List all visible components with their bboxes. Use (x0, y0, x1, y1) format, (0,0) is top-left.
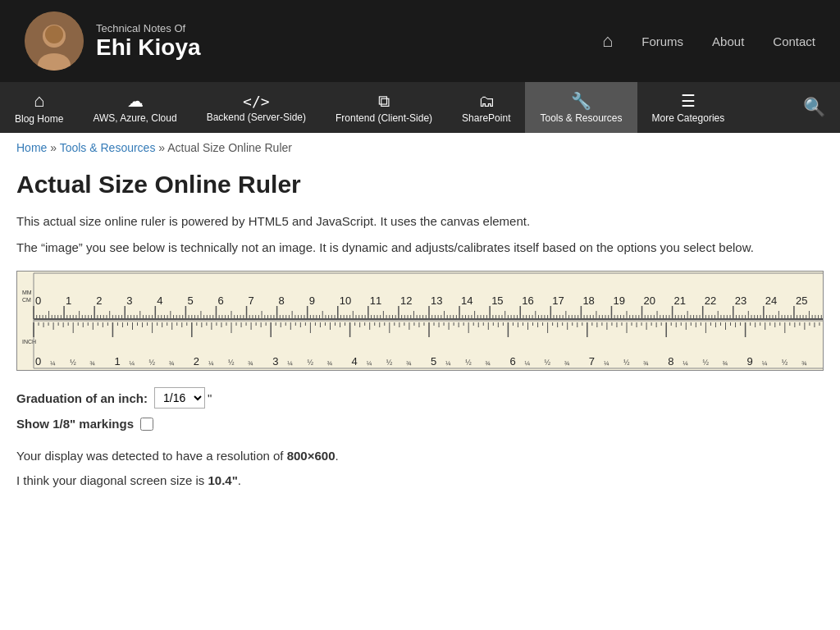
resolution-suffix: . (335, 449, 338, 463)
svg-text:¼: ¼ (367, 359, 372, 367)
svg-text:6: 6 (217, 294, 223, 307)
search-icon: 🔍 (803, 97, 825, 118)
nav-item-backend[interactable]: </> Backend (Server-Side) (192, 82, 321, 133)
svg-text:INCH: INCH (22, 339, 36, 345)
blog-home-label: Blog Home (15, 113, 63, 125)
breadcrumb-tools[interactable]: Tools & Resources (60, 141, 156, 154)
svg-text:¼: ¼ (208, 359, 214, 367)
site-name: Ehi Kioya (96, 34, 201, 61)
svg-text:½: ½ (465, 358, 472, 367)
svg-text:7: 7 (589, 355, 595, 368)
svg-text:½: ½ (545, 358, 551, 367)
nav-item-tools[interactable]: 🔧 Tools & Resources (525, 82, 637, 133)
svg-text:1: 1 (114, 355, 120, 368)
graduation-row: Graduation of an inch: 1/16 1/8 1/4 1/2 … (16, 387, 824, 409)
avatar (25, 11, 84, 71)
svg-text:¼: ¼ (682, 359, 688, 367)
svg-text:22: 22 (705, 294, 716, 307)
svg-text:¾: ¾ (643, 359, 649, 367)
tools-label: Tools & Resources (540, 112, 622, 124)
resolution-line1: Your display was detected to have a reso… (16, 444, 824, 468)
svg-text:6: 6 (509, 355, 515, 368)
svg-text:21: 21 (674, 294, 686, 307)
svg-text:¾: ¾ (327, 359, 333, 367)
graduation-select[interactable]: 1/16 1/8 1/4 1/2 1 (154, 387, 205, 409)
svg-text:19: 19 (613, 294, 624, 307)
nav-item-more[interactable]: ☰ More Categories (637, 82, 740, 133)
site-branding: Technical Notes Of Ehi Kioya (96, 22, 201, 61)
svg-text:2: 2 (194, 355, 199, 368)
svg-text:23: 23 (735, 294, 746, 307)
svg-text:¾: ¾ (406, 359, 412, 367)
main-content: Actual Size Online Ruler This actual siz… (0, 162, 840, 509)
svg-text:½: ½ (228, 358, 235, 367)
svg-text:5: 5 (187, 294, 193, 307)
svg-text:11: 11 (370, 294, 381, 307)
ruler-svg: MM CM INCH 01234567891011121314151617181… (17, 272, 824, 370)
technical-notes-label: Technical Notes Of (96, 22, 201, 34)
svg-text:¾: ¾ (564, 359, 570, 367)
more-label: More Categories (652, 112, 725, 124)
search-button[interactable]: 🔍 (788, 82, 840, 133)
description-2: The “image” you see below is technically… (16, 238, 824, 258)
frontend-label: Frontend (Client-Side) (336, 112, 432, 124)
svg-text:½: ½ (702, 358, 709, 367)
show-markings-label: Show 1/8" markings (16, 417, 134, 431)
graduation-label: Graduation of an inch: (16, 391, 148, 405)
backend-label: Backend (Server-Side) (207, 112, 306, 123)
svg-text:¾: ¾ (89, 359, 95, 367)
resolution-info: Your display was detected to have a reso… (16, 444, 824, 493)
nav-item-aws[interactable]: ☁ AWS, Azure, Cloud (78, 82, 191, 133)
nav-item-blog-home[interactable]: ⌂ Blog Home (0, 82, 78, 133)
svg-text:½: ½ (307, 358, 313, 367)
nav-contact-link[interactable]: Contact (773, 34, 815, 48)
svg-text:MM: MM (22, 290, 32, 295)
controls: Graduation of an inch: 1/16 1/8 1/4 1/2 … (16, 387, 824, 431)
svg-text:¾: ¾ (801, 359, 807, 367)
svg-text:9: 9 (747, 355, 753, 368)
sharepoint-label: SharePoint (462, 112, 510, 124)
svg-text:3: 3 (272, 355, 278, 368)
svg-text:0: 0 (35, 294, 41, 307)
svg-text:16: 16 (522, 294, 533, 307)
svg-text:24: 24 (765, 294, 777, 307)
breadcrumb-home[interactable]: Home (16, 141, 47, 154)
svg-text:½: ½ (149, 358, 156, 367)
ruler-container: MM CM INCH 01234567891011121314151617181… (16, 271, 824, 371)
svg-text:¾: ¾ (723, 359, 728, 367)
resolution-value: 800×600 (287, 449, 336, 463)
svg-text:½: ½ (623, 358, 630, 367)
breadcrumb-sep2: » (158, 141, 167, 154)
nav-about-link[interactable]: About (712, 34, 744, 48)
nav-item-sharepoint[interactable]: 🗂 SharePoint (447, 82, 525, 133)
inch-symbol: " (208, 391, 212, 405)
description-1: This actual size online ruler is powered… (16, 212, 824, 231)
nav-home-icon[interactable]: ⌂ (602, 30, 613, 52)
svg-text:20: 20 (644, 294, 655, 307)
svg-text:18: 18 (582, 294, 594, 307)
svg-text:17: 17 (552, 294, 564, 307)
svg-text:½: ½ (782, 358, 788, 367)
nav-item-frontend[interactable]: ⧉ Frontend (Client-Side) (321, 82, 447, 133)
aws-label: AWS, Azure, Cloud (93, 112, 176, 124)
nav-forums-link[interactable]: Forums (641, 34, 683, 48)
svg-text:8: 8 (668, 355, 673, 368)
svg-text:¼: ¼ (445, 359, 451, 367)
svg-text:7: 7 (249, 294, 254, 307)
aws-icon: ☁ (127, 91, 144, 111)
frontend-icon: ⧉ (378, 92, 390, 111)
blog-home-icon: ⌂ (34, 90, 44, 112)
header-nav: ⌂ Forums About Contact (602, 30, 815, 52)
svg-text:¼: ¼ (130, 359, 135, 367)
svg-text:4: 4 (352, 355, 358, 368)
svg-point-3 (45, 25, 63, 43)
navbar: ⌂ Blog Home ☁ AWS, Azure, Cloud </> Back… (0, 82, 840, 133)
svg-text:2: 2 (96, 294, 102, 307)
svg-text:9: 9 (309, 294, 315, 307)
svg-text:13: 13 (431, 294, 442, 307)
show-markings-row: Show 1/8" markings (16, 417, 824, 431)
show-markings-checkbox[interactable] (140, 418, 153, 431)
resolution-prefix: Your display was detected to have a reso… (16, 449, 287, 463)
svg-text:10: 10 (340, 294, 351, 307)
svg-text:15: 15 (491, 294, 503, 307)
